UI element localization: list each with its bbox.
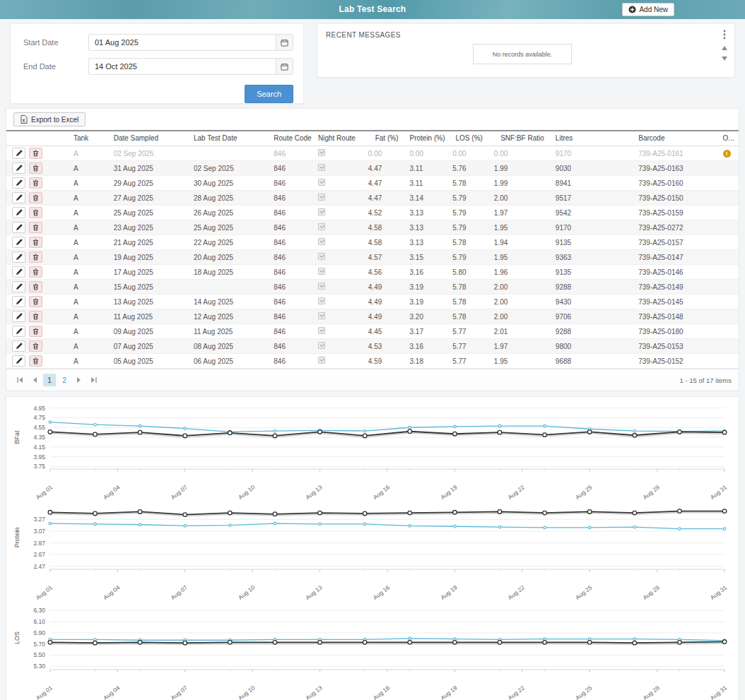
delete-row-button[interactable]: [29, 207, 42, 218]
edit-row-button[interactable]: [12, 148, 25, 159]
cell-litres: 9363: [550, 250, 633, 265]
svg-text:Aug 22: Aug 22: [507, 583, 527, 600]
column-header-barcode: Barcode: [633, 131, 717, 146]
cell-date_sampled: 29 Aug 2025: [108, 176, 188, 191]
delete-row-button[interactable]: [29, 266, 42, 278]
cell-los: 0.00: [447, 146, 488, 161]
cell-los: 5.77: [447, 339, 488, 354]
delete-row-button[interactable]: [29, 326, 42, 337]
chart-los: 6.306.105.905.705.505.30Aug 01Aug 04Aug …: [9, 602, 736, 700]
edit-row-button[interactable]: [12, 222, 25, 233]
cell-lab_test_date: 11 Aug 2025: [188, 324, 268, 339]
edit-row-button[interactable]: [12, 162, 25, 174]
edit-row-button[interactable]: [12, 177, 25, 189]
page-number-2[interactable]: 2: [58, 374, 71, 386]
start-date-input[interactable]: [89, 35, 276, 50]
page-prev-button[interactable]: [28, 374, 41, 386]
edit-row-button[interactable]: [12, 251, 25, 263]
edit-row-button[interactable]: [12, 237, 25, 248]
scroll-down-icon[interactable]: [722, 57, 727, 61]
edit-row-button[interactable]: [12, 207, 25, 218]
delete-row-button[interactable]: [29, 355, 42, 367]
charts-panel: 4.954.754.554.354.153.953.75Aug 01Aug 04…: [6, 396, 739, 700]
svg-text:Aug 04: Aug 04: [102, 583, 122, 600]
svg-text:Aug 04: Aug 04: [102, 684, 122, 700]
svg-text:Protein: Protein: [13, 528, 20, 547]
cell-date_sampled: 27 Aug 2025: [108, 191, 188, 206]
end-date-input[interactable]: [89, 59, 276, 74]
delete-row-button[interactable]: [29, 237, 42, 248]
edit-row-button[interactable]: [12, 296, 25, 307]
delete-row-button[interactable]: [29, 311, 42, 322]
grid-header-row: TankDate SampledLab Test DateRoute CodeN…: [6, 131, 739, 146]
end-date-calendar-button[interactable]: [276, 59, 293, 74]
night-route-checkbox: [318, 194, 325, 201]
night-route-checkbox: [318, 208, 325, 215]
cell-tank: A: [68, 339, 108, 354]
table-row: A05 Aug 202506 Aug 20258464.593.185.771.…: [6, 354, 739, 369]
start-date-calendar-button[interactable]: [276, 35, 293, 50]
edit-row-button[interactable]: [12, 266, 25, 278]
export-to-excel-button[interactable]: Export to Excel: [13, 112, 86, 126]
night-route-checkbox: [318, 357, 325, 364]
cell-fat: 4.47: [363, 191, 404, 206]
edit-row-button[interactable]: [12, 311, 25, 322]
edit-row-button[interactable]: [12, 281, 25, 292]
cell-lab_test_date: 18 Aug 2025: [188, 265, 268, 280]
chart-protein: 3.273.072.872.672.47Aug 01Aug 04Aug 07Au…: [9, 502, 736, 602]
delete-row-button[interactable]: [29, 148, 42, 159]
cell-los: 5.80: [447, 265, 488, 280]
night-route-checkbox: [318, 297, 325, 304]
cell-fat: 4.47: [363, 176, 404, 191]
edit-row-button[interactable]: [12, 192, 25, 203]
no-records-message: No records available.: [473, 44, 572, 64]
edit-row-button[interactable]: [12, 355, 25, 367]
cell-tank: A: [68, 324, 108, 339]
svg-text:5.50: 5.50: [33, 651, 45, 658]
svg-text:5.30: 5.30: [33, 663, 45, 670]
svg-text:4.15: 4.15: [33, 444, 45, 451]
delete-row-button[interactable]: [29, 281, 42, 292]
cell-barcode: 739-A25-0161: [633, 146, 717, 161]
page-number-1[interactable]: 1: [43, 374, 56, 386]
delete-row-button[interactable]: [29, 296, 42, 307]
cell-fat: 4.49: [363, 309, 404, 324]
delete-row-button[interactable]: [29, 177, 42, 189]
page-last-button[interactable]: [88, 374, 100, 386]
night-route-checkbox: [318, 149, 325, 156]
cell-los: 5.79: [447, 250, 488, 265]
cell-barcode: 739-A25-0148: [633, 309, 717, 324]
svg-text:Aug 13: Aug 13: [304, 684, 324, 700]
delete-row-button[interactable]: [29, 162, 42, 174]
cell-route_code: 846: [268, 161, 312, 176]
page-next-button[interactable]: [73, 374, 86, 386]
add-new-button[interactable]: Add New: [622, 3, 674, 16]
cell-barcode: 739-A25-0146: [633, 265, 717, 280]
scroll-up-icon[interactable]: [722, 46, 727, 50]
cell-barcode: 739-A25-0149: [633, 280, 717, 295]
cell-date_sampled: 31 Aug 2025: [108, 161, 188, 176]
cell-fat: 4.53: [363, 339, 404, 354]
page-first-button[interactable]: [13, 374, 26, 386]
cell-lab_test_date: 08 Aug 2025: [188, 339, 268, 354]
search-button[interactable]: Search: [245, 85, 293, 103]
cell-los: 5.78: [447, 280, 488, 295]
add-new-label: Add New: [639, 6, 668, 13]
edit-row-button[interactable]: [12, 340, 25, 352]
delete-row-button[interactable]: [29, 340, 42, 352]
column-header-los: LOS (%): [447, 131, 488, 146]
delete-row-button[interactable]: [29, 192, 42, 203]
svg-text:Aug 28: Aug 28: [642, 483, 662, 500]
edit-row-button[interactable]: [12, 326, 25, 337]
cell-date_sampled: 11 Aug 2025: [108, 309, 188, 324]
vertical-ellipsis-icon[interactable]: [723, 30, 726, 40]
svg-text:2.87: 2.87: [33, 540, 45, 547]
delete-row-button[interactable]: [29, 251, 42, 263]
cell-protein: 3.18: [404, 354, 447, 369]
cell-lab_test_date: 26 Aug 2025: [188, 206, 268, 220]
cell-route_code: 846: [268, 146, 312, 161]
cell-route_code: 846: [268, 206, 312, 220]
cell-snf_bf_ratio: 1.94: [488, 235, 550, 250]
cell-los: 5.79: [447, 206, 488, 220]
delete-row-button[interactable]: [29, 222, 42, 233]
